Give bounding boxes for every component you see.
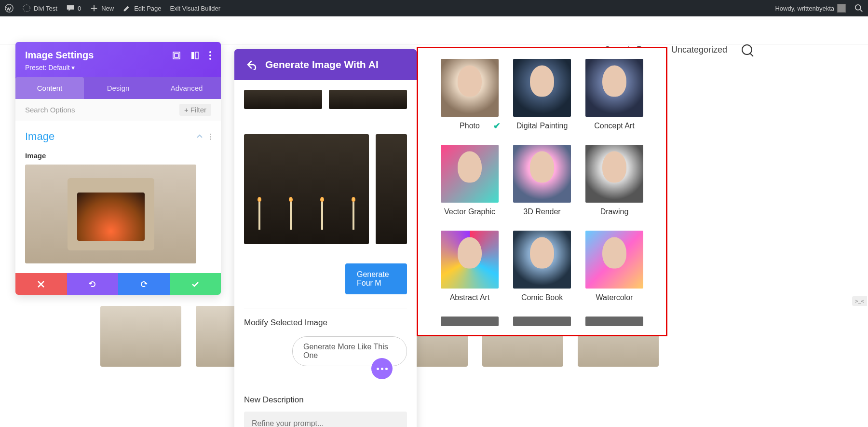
refine-prompt-input[interactable] [244, 412, 407, 427]
style-drawing[interactable]: Drawing [585, 145, 643, 216]
chevron-up-icon[interactable] [196, 133, 203, 140]
svg-rect-5 [191, 52, 194, 59]
generated-thumb[interactable] [376, 134, 407, 244]
style-label: Digital Painting [513, 122, 571, 130]
style-vector-graphic[interactable]: Vector Graphic [441, 145, 499, 216]
generated-thumb[interactable] [329, 90, 407, 109]
user-greeting[interactable]: Howdy, writtenbyekta [775, 4, 846, 13]
modify-label: Modify Selected Image [244, 318, 407, 328]
search-icon[interactable] [854, 4, 863, 13]
svg-point-2 [855, 5, 861, 10]
snap-icon[interactable] [191, 52, 199, 59]
style-comic-book[interactable]: Comic Book [513, 231, 571, 302]
svg-rect-4 [175, 54, 178, 57]
image-preview[interactable] [25, 165, 196, 263]
style-3d-render[interactable]: 3D Render [513, 145, 571, 216]
check-icon: ✔ [493, 121, 501, 131]
tab-advanced[interactable]: Advanced [152, 77, 221, 99]
svg-point-1 [23, 5, 30, 12]
new-link[interactable]: New [90, 4, 114, 13]
back-arrow-icon[interactable] [246, 59, 257, 70]
style-label: Photo [441, 122, 499, 130]
tab-content[interactable]: Content [15, 77, 84, 99]
nav-uncategorized[interactable]: Uncategorized [671, 45, 727, 55]
expand-tag[interactable]: >_< [852, 296, 867, 306]
style-label: Drawing [585, 207, 643, 216]
search-icon[interactable] [742, 44, 752, 55]
wp-logo[interactable] [5, 4, 14, 13]
style-abstract-art[interactable]: Abstract Art [441, 231, 499, 302]
style-label: 3D Render [513, 207, 571, 216]
style-more[interactable] [585, 317, 643, 326]
section-more-icon[interactable] [210, 134, 211, 140]
ai-panel-title: Generate Image With AI [265, 59, 379, 70]
generated-thumb[interactable] [244, 134, 369, 244]
style-label: Vector Graphic [441, 207, 499, 216]
filter-button[interactable]: + Filter [179, 104, 211, 116]
filter-label: Filter [190, 106, 206, 114]
workspace: Sample Page Uncategorized Image Settings… [0, 16, 868, 427]
undo-button[interactable] [67, 273, 119, 295]
comments-count: 0 [78, 5, 81, 12]
generate-four-button[interactable]: Generate Four M [345, 263, 407, 294]
tabs: Content Design Advanced [15, 77, 221, 99]
panel-title: Image Settings [25, 50, 94, 61]
bg-thumb[interactable] [100, 306, 181, 367]
edit-page-label: Edit Page [134, 5, 161, 12]
confirm-button[interactable] [170, 273, 221, 295]
generated-thumb[interactable] [244, 90, 322, 109]
style-watercolor[interactable]: Watercolor [585, 231, 643, 302]
plus-icon: + [184, 106, 189, 114]
style-label: Comic Book [513, 293, 571, 302]
svg-rect-3 [173, 52, 180, 59]
image-settings-panel: Image Settings Preset: Default ▾ Content… [15, 42, 221, 295]
search-options-input[interactable]: Search Options [25, 106, 75, 114]
action-bar [15, 273, 221, 295]
style-concept-art[interactable]: Concept Art [585, 59, 643, 130]
new-description-label: New Description [244, 395, 407, 405]
style-selector-popup: Photo ✔ Digital Painting Concept Art Vec… [417, 47, 667, 336]
redo-button[interactable] [118, 273, 170, 295]
wp-admin-bar: Divi Test 0 New Edit Page Exit Visual Bu… [0, 0, 868, 16]
style-more[interactable] [513, 317, 571, 326]
greeting-text: Howdy, writtenbyekta [775, 5, 834, 12]
more-icon[interactable] [209, 51, 211, 60]
field-label: Image [25, 152, 211, 160]
exit-builder-link[interactable]: Exit Visual Builder [170, 5, 221, 12]
style-photo[interactable]: Photo ✔ [441, 59, 499, 130]
site-name-link[interactable]: Divi Test [22, 4, 57, 13]
section-title[interactable]: Image [25, 130, 54, 143]
expand-icon[interactable] [173, 52, 180, 59]
comments-link[interactable]: 0 [66, 4, 81, 13]
avatar [837, 4, 846, 13]
style-label: Concept Art [585, 122, 643, 130]
style-more[interactable] [441, 317, 499, 326]
style-digital-painting[interactable]: Digital Painting [513, 59, 571, 130]
cancel-button[interactable] [15, 273, 67, 295]
style-label: Watercolor [585, 293, 643, 302]
tab-design[interactable]: Design [84, 77, 152, 99]
new-label: New [101, 5, 114, 12]
edit-page-link[interactable]: Edit Page [122, 4, 161, 13]
preset-dropdown[interactable]: Preset: Default ▾ [25, 64, 211, 71]
style-label: Abstract Art [441, 293, 499, 302]
exit-builder-label: Exit Visual Builder [170, 5, 221, 12]
svg-rect-6 [195, 52, 198, 59]
site-name-text: Divi Test [34, 5, 57, 12]
page-settings-fab[interactable] [371, 358, 393, 379]
